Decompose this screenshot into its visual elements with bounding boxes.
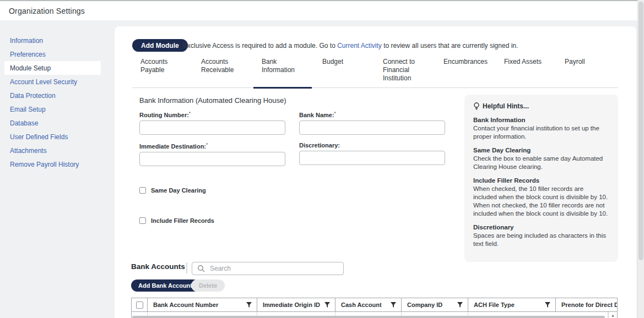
discretionary-field: Discretionary:: [299, 142, 445, 165]
helpful-hints-panel: Helpful Hints... Bank Information Contac…: [464, 95, 618, 262]
include-filler-records-label: Include Filler Records: [151, 217, 214, 224]
column-label: Cash Account: [341, 301, 390, 308]
tab-encumbrances[interactable]: Encumbrances: [435, 58, 496, 87]
discretionary-input[interactable]: [299, 151, 445, 165]
bank-accounts-table: Bank Account Number Immediate Origin ID …: [131, 298, 618, 318]
sidebar-item-attachments[interactable]: Attachments: [4, 144, 101, 157]
column-ach-file-type[interactable]: ACH File Type: [468, 298, 555, 311]
tab-connect-to-financial-institution[interactable]: Connect to Financial Institution: [375, 58, 435, 87]
required-marker: *: [206, 142, 208, 147]
routing-number-field: Routing Number:*: [139, 111, 285, 135]
exclusive-access-notice: Exclusive Access is required to add a mo…: [183, 42, 518, 50]
scroll-up-arrow-icon[interactable]: ▲: [609, 313, 617, 318]
column-label: ACH File Type: [474, 301, 544, 308]
table-horizontal-scrollbar[interactable]: [131, 315, 608, 318]
tab-accounts-payable[interactable]: Accounts Payable: [132, 58, 193, 87]
required-marker: *: [334, 111, 336, 116]
select-all-cell: [132, 298, 147, 311]
sidebar-item-email-setup[interactable]: Email Setup: [4, 102, 101, 116]
filter-icon[interactable]: [324, 301, 331, 308]
bank-name-field: Bank Name:*: [299, 111, 445, 135]
column-immediate-origin-id[interactable]: Immediate Origin ID: [257, 298, 335, 311]
notice-prefix: Exclusive Access is required to add a mo…: [183, 42, 337, 50]
hint-body: Check the box to enable same day Automat…: [473, 155, 608, 171]
tab-bank-information[interactable]: Bank Information: [253, 58, 314, 87]
hint-bank-information: Bank Information Contact your financial …: [473, 117, 608, 141]
sidebar-item-module-setup[interactable]: Module Setup: [4, 61, 101, 75]
select-all-checkbox[interactable]: [136, 301, 143, 309]
sidebar-item-data-protection[interactable]: Data Protection: [4, 89, 101, 102]
hint-discretionary: Discretionary Spaces are being included …: [473, 224, 608, 248]
bank-accounts-heading: Bank Accounts: [131, 262, 185, 271]
table-header-row: Bank Account Number Immediate Origin ID …: [131, 298, 618, 312]
filter-icon[interactable]: [457, 301, 463, 308]
hint-body: Contact your financial institution to se…: [473, 124, 608, 141]
column-prenote-for-direct-deposits[interactable]: Prenote for Direct Depos: [555, 298, 618, 311]
heading-divider: [186, 262, 187, 273]
column-label: Immediate Origin ID: [263, 301, 324, 308]
delete-button[interactable]: Delete: [191, 279, 225, 292]
horizontal-scroll-thumb[interactable]: [132, 316, 605, 318]
search-icon: [197, 265, 205, 272]
filter-icon[interactable]: [390, 301, 397, 308]
hint-include-filler-records: Include Filler Records When checked, the…: [473, 177, 608, 218]
page-title: Organization Settings: [9, 7, 85, 15]
sidebar-item-user-defined-fields[interactable]: User Defined Fields: [4, 130, 101, 144]
hint-body: When checked, the 10 filler records are …: [473, 185, 608, 218]
hint-heading: Discretionary: [473, 224, 608, 231]
hint-heading: Include Filler Records: [473, 177, 608, 184]
tab-budget[interactable]: Budget: [314, 58, 375, 87]
page-vertical-scrollbar[interactable]: [637, 0, 644, 318]
add-bank-account-button[interactable]: Add Bank Account: [131, 279, 199, 292]
settings-sidebar: Information Preferences Module Setup Acc…: [4, 34, 101, 171]
include-filler-records-checkbox[interactable]: Include Filler Records: [139, 217, 214, 224]
module-tabs: Accounts Payable Accounts Receivable Ban…: [132, 58, 618, 88]
sidebar-item-remove-payroll-history[interactable]: Remove Payroll History: [4, 157, 101, 171]
column-label: Prenote for Direct Depos: [561, 301, 618, 308]
column-bank-account-number[interactable]: Bank Account Number: [147, 298, 257, 311]
sidebar-item-account-level-security[interactable]: Account Level Security: [4, 75, 101, 89]
search-input[interactable]: [192, 262, 344, 275]
tab-payroll[interactable]: Payroll: [556, 58, 617, 87]
immediate-destination-input[interactable]: [139, 152, 285, 166]
column-label: Bank Account Number: [153, 301, 246, 308]
routing-number-label: Routing Number:*: [139, 111, 285, 118]
checkbox-box[interactable]: [139, 187, 146, 194]
column-cash-account[interactable]: Cash Account: [335, 298, 401, 311]
lightbulb-icon: [473, 102, 480, 110]
immediate-destination-field: Immediate Destination:*: [139, 142, 285, 166]
add-module-button[interactable]: Add Module: [132, 39, 188, 52]
page-scroll-thumb[interactable]: [638, 2, 643, 260]
checkbox-box[interactable]: [139, 217, 146, 224]
filter-icon[interactable]: [246, 301, 252, 308]
helpful-hints-title: Helpful Hints...: [483, 102, 529, 110]
tab-fixed-assets[interactable]: Fixed Assets: [496, 58, 556, 87]
tab-accounts-receivable[interactable]: Accounts Receivable: [193, 58, 253, 87]
immediate-destination-label: Immediate Destination:*: [139, 142, 285, 150]
hint-heading: Same Day Clearing: [473, 147, 608, 153]
column-company-id[interactable]: Company ID: [401, 298, 468, 311]
column-label: Company ID: [407, 301, 457, 308]
sidebar-item-database[interactable]: Database: [4, 116, 101, 130]
section-heading-bank-information: Bank Information (Automated Clearing Hou…: [139, 96, 286, 105]
bank-name-label: Bank Name:*: [299, 111, 445, 118]
notice-suffix: to review all users that are currently s…: [382, 42, 518, 50]
table-vertical-scrollbar[interactable]: ▲: [608, 312, 618, 318]
filter-icon[interactable]: [544, 301, 551, 308]
same-day-clearing-checkbox[interactable]: Same Day Clearing: [139, 187, 206, 194]
module-setup-panel: Add Module Exclusive Access is required …: [115, 26, 636, 318]
hint-body: Spaces are being included as characters …: [473, 232, 608, 248]
bank-name-input[interactable]: [299, 120, 445, 135]
bank-accounts-search: [192, 262, 344, 275]
current-activity-link[interactable]: Current Activity: [337, 42, 382, 50]
top-bar: Organization Settings: [0, 0, 637, 20]
hint-heading: Bank Information: [473, 117, 608, 123]
routing-number-input[interactable]: [139, 120, 285, 135]
same-day-clearing-label: Same Day Clearing: [151, 187, 206, 194]
sidebar-item-information[interactable]: Information: [4, 34, 101, 47]
discretionary-label: Discretionary:: [299, 142, 445, 149]
hint-same-day-clearing: Same Day Clearing Check the box to enabl…: [473, 147, 608, 171]
helpful-hints-header: Helpful Hints...: [473, 102, 608, 110]
sidebar-item-preferences[interactable]: Preferences: [4, 47, 101, 61]
required-marker: *: [189, 111, 191, 116]
